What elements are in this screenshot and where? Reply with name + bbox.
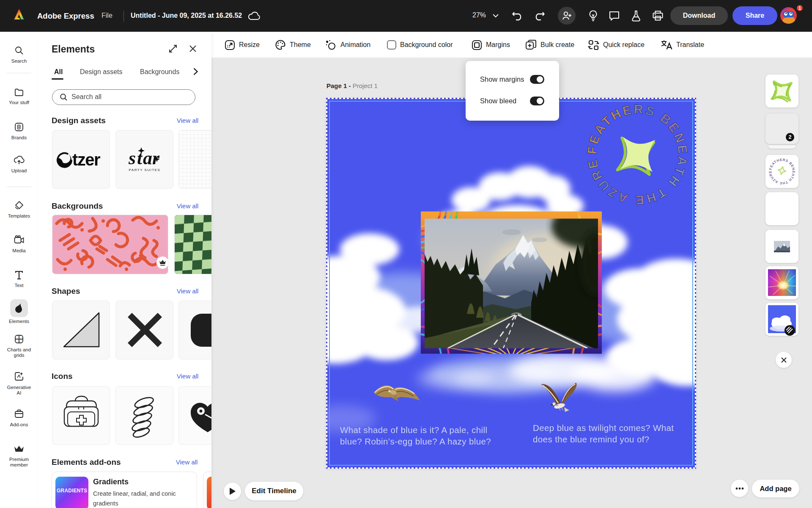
svg-text:s: s bbox=[128, 148, 136, 168]
svg-text:PARTY SUITES: PARTY SUITES bbox=[129, 168, 161, 172]
svg-text:tzer: tzer bbox=[72, 150, 100, 169]
svg-text:a: a bbox=[143, 148, 152, 168]
svg-text:r: r bbox=[152, 148, 160, 168]
